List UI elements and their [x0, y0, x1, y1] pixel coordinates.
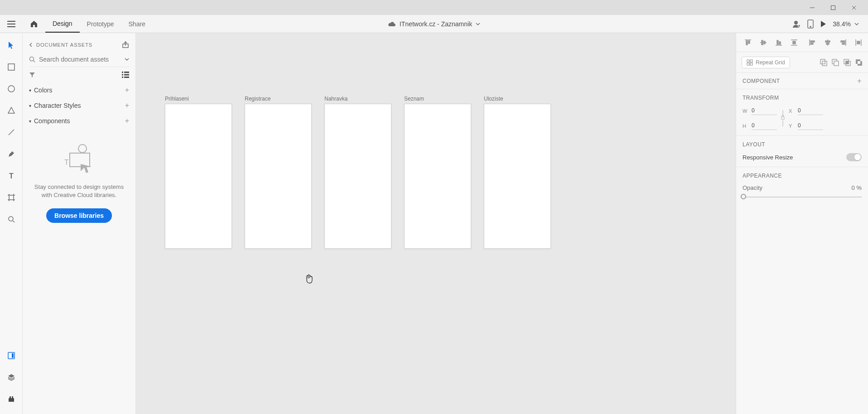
- left-toolbar: T: [0, 33, 23, 414]
- artboard-title[interactable]: Prihlaseni: [165, 96, 232, 102]
- artboard-title[interactable]: Registrace: [245, 96, 312, 102]
- distribute-horizontal-button[interactable]: [852, 36, 865, 49]
- filter-icon[interactable]: [29, 72, 35, 78]
- browse-libraries-button[interactable]: Browse libraries: [46, 208, 112, 223]
- svg-point-29: [9, 217, 13, 221]
- empty-state-message: Stay connected to design systems with Cr…: [32, 183, 126, 199]
- invite-button[interactable]: [792, 19, 801, 29]
- top-toolbar: Design Prototype Share ITnetwork.cz - Za…: [0, 15, 868, 33]
- publish-icon[interactable]: [122, 41, 129, 48]
- svg-rect-65: [810, 41, 815, 42]
- chevron-down-icon[interactable]: [125, 58, 129, 61]
- cursor-icon: [305, 274, 313, 284]
- slider-thumb[interactable]: [741, 194, 746, 199]
- align-bottom-button[interactable]: [772, 36, 785, 49]
- chevron-down-icon: [476, 23, 480, 25]
- tab-prototype[interactable]: Prototype: [80, 15, 121, 33]
- artboard-title[interactable]: Seznam: [404, 96, 471, 102]
- list-view-icon[interactable]: [122, 72, 129, 78]
- right-inspector-panel: Repeat Grid COMPONENT + TRANSFORM W X: [736, 33, 868, 414]
- add-component-button[interactable]: +: [125, 117, 129, 125]
- exclude-boolean-button[interactable]: [855, 59, 863, 66]
- opacity-slider[interactable]: [743, 197, 862, 197]
- plugins-tool[interactable]: [5, 393, 17, 405]
- search-input[interactable]: [39, 56, 121, 63]
- svg-rect-45: [124, 74, 129, 76]
- artboard[interactable]: [404, 104, 471, 249]
- svg-rect-80: [820, 59, 825, 64]
- align-left-button[interactable]: [806, 36, 819, 49]
- zoom-dropdown[interactable]: 38.4%: [833, 20, 859, 28]
- home-button[interactable]: [23, 15, 45, 33]
- canvas[interactable]: Prihlaseni Registrace Nahravka Seznam Ul…: [136, 33, 736, 414]
- add-component-button[interactable]: +: [857, 77, 862, 85]
- document-title[interactable]: ITnetwork.cz - Zaznamnik: [388, 20, 480, 28]
- svg-rect-89: [858, 61, 860, 64]
- appearance-section: APPEARANCE Opacity 0 %: [736, 167, 868, 203]
- rectangle-tool[interactable]: [5, 61, 17, 73]
- align-middle-button[interactable]: [757, 36, 770, 49]
- section-character-styles[interactable]: ▾ Character Styles +: [23, 98, 135, 113]
- zoom-tool[interactable]: [5, 213, 17, 225]
- add-charstyle-button[interactable]: +: [125, 101, 129, 110]
- svg-rect-32: [12, 353, 14, 358]
- repeat-grid-button[interactable]: Repeat Grid: [742, 57, 790, 68]
- x-input[interactable]: [798, 106, 823, 115]
- width-input[interactable]: [752, 106, 777, 115]
- add-color-button[interactable]: +: [125, 86, 129, 94]
- line-tool[interactable]: [5, 126, 17, 138]
- tab-design[interactable]: Design: [45, 15, 80, 33]
- subtract-boolean-button[interactable]: [832, 59, 839, 66]
- play-preview-button[interactable]: [820, 20, 826, 28]
- select-tool[interactable]: [5, 39, 17, 51]
- svg-rect-71: [841, 41, 845, 42]
- section-colors[interactable]: ▾ Colors +: [23, 82, 135, 98]
- layers-tool[interactable]: [5, 371, 17, 383]
- libraries-tool[interactable]: [5, 350, 17, 361]
- mobile-preview-button[interactable]: [807, 19, 814, 29]
- svg-rect-86: [846, 61, 849, 64]
- svg-rect-44: [122, 74, 123, 76]
- pen-tool[interactable]: [5, 148, 17, 160]
- x-label: X: [789, 108, 795, 114]
- align-top-button[interactable]: [742, 36, 754, 49]
- artboard-title[interactable]: Uloziste: [484, 96, 551, 102]
- tab-share[interactable]: Share: [121, 15, 153, 33]
- svg-rect-63: [793, 41, 796, 44]
- artboard-title[interactable]: Nahravka: [324, 96, 391, 102]
- empty-illustration-icon: T: [59, 142, 100, 174]
- artboard[interactable]: [165, 104, 232, 249]
- y-input[interactable]: [798, 121, 823, 130]
- minimize-button[interactable]: [802, 0, 823, 15]
- search-icon: [29, 56, 35, 63]
- hamburger-menu-button[interactable]: [0, 15, 23, 33]
- section-components[interactable]: ▾ Components +: [23, 113, 135, 129]
- artboard-tool[interactable]: [5, 192, 17, 203]
- polygon-tool[interactable]: [5, 105, 17, 116]
- empty-state: T Stay connected to design systems with …: [23, 129, 135, 236]
- opacity-label: Opacity: [743, 184, 762, 191]
- intersect-boolean-button[interactable]: [844, 59, 851, 66]
- text-tool[interactable]: T: [5, 170, 17, 182]
- svg-rect-66: [810, 43, 813, 44]
- close-button[interactable]: [844, 0, 864, 15]
- svg-rect-78: [747, 63, 749, 65]
- maximize-button[interactable]: [823, 0, 844, 15]
- lock-aspect-icon[interactable]: [780, 110, 786, 126]
- svg-rect-47: [124, 77, 129, 78]
- distribute-vertical-button[interactable]: [788, 36, 800, 49]
- layout-section: LAYOUT Responsive Resize: [736, 136, 868, 167]
- artboard[interactable]: [324, 104, 391, 249]
- height-input[interactable]: [752, 121, 777, 130]
- align-right-button[interactable]: [837, 36, 849, 49]
- svg-point-16: [8, 86, 14, 92]
- ellipse-tool[interactable]: [5, 83, 17, 95]
- svg-marker-13: [821, 21, 826, 27]
- align-center-button[interactable]: [821, 36, 834, 49]
- y-label: Y: [789, 123, 795, 129]
- artboard[interactable]: [484, 104, 551, 249]
- back-chevron-icon[interactable]: [29, 43, 33, 47]
- add-boolean-button[interactable]: [820, 59, 827, 66]
- responsive-resize-toggle[interactable]: [846, 153, 862, 161]
- artboard[interactable]: [245, 104, 312, 249]
